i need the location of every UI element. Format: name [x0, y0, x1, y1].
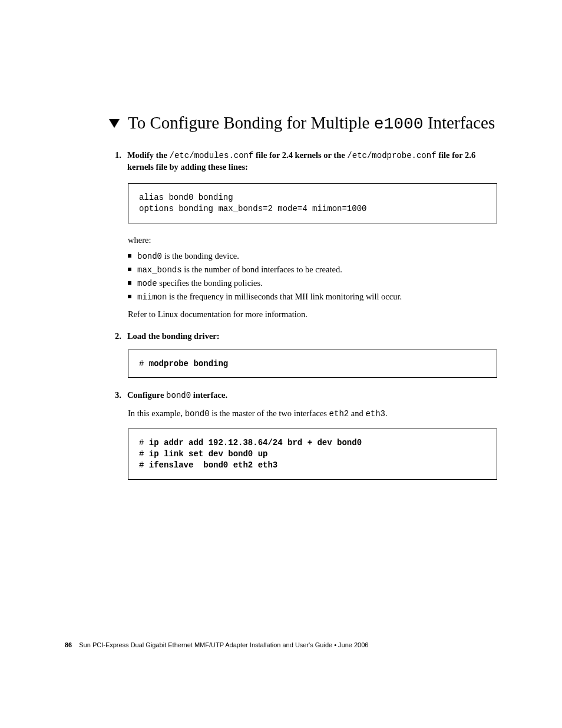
ex-c3: eth3	[365, 409, 385, 419]
code-block-2: # modprobe bonding	[128, 350, 497, 378]
heading-suffix: Interfaces	[424, 113, 495, 132]
square-bullet-icon	[128, 254, 131, 258]
step-3-text: Configure bond0 interface.	[127, 390, 227, 401]
list-item: max_bonds is the number of bond interfac…	[128, 263, 497, 276]
step-3-code: bond0	[166, 391, 191, 400]
where-label: where:	[128, 234, 497, 246]
step-1-t2: file for 2.4 kernels or the	[253, 150, 347, 160]
square-bullet-icon	[128, 295, 131, 298]
ex-t1: In this example,	[128, 409, 185, 418]
command: ip addr add 192.12.38.64/24 brd + dev bo…	[149, 438, 362, 447]
list-item: mode specifies the bonding policies.	[128, 277, 497, 289]
page-content: To Configure Bonding for Multiple e1000 …	[0, 0, 562, 480]
prompt: #	[139, 460, 149, 470]
ex-t4: .	[385, 409, 388, 418]
step-2-label: Load the bonding driver:	[127, 331, 220, 341]
prompt: #	[139, 359, 149, 368]
footer-title: Sun PCI-Express Dual Gigabit Ethernet MM…	[79, 641, 368, 648]
triangle-down-icon	[109, 119, 120, 128]
heading-prefix: To Configure Bonding for Multiple	[128, 113, 374, 132]
step-3-t2: interface.	[191, 390, 227, 400]
ex-t3: and	[349, 409, 365, 418]
section-heading-row: To Configure Bonding for Multiple e1000 …	[109, 112, 497, 134]
ex-c2: eth2	[329, 409, 349, 419]
step-3-t1: Configure	[127, 390, 166, 400]
bullet-code: miimon	[137, 292, 167, 302]
page-number: 86	[65, 641, 72, 648]
refer-text: Refer to Linux documentation for more in…	[128, 308, 497, 320]
step-1-t1: Modify the	[127, 150, 170, 160]
square-bullet-icon	[128, 281, 131, 285]
step-2-number: 2.	[115, 331, 121, 342]
list-item: miimon is the frequency in milliseconds …	[128, 291, 497, 303]
step-1-file1: /etc/modules.conf	[170, 151, 254, 160]
page-footer: 86Sun PCI-Express Dual Gigabit Ethernet …	[65, 641, 368, 648]
ex-t2: is the master of the two interfaces	[210, 409, 329, 418]
step-3-number: 3.	[115, 390, 121, 401]
list-item: bond0 is the bonding device.	[128, 250, 497, 262]
bullet-list: bond0 is the bonding device. max_bonds i…	[128, 250, 497, 304]
prompt: #	[139, 449, 149, 459]
command: ip link set dev bond0 up	[149, 449, 268, 459]
section-heading: To Configure Bonding for Multiple e1000 …	[128, 112, 495, 134]
heading-mono: e1000	[374, 115, 424, 133]
code-block-1: alias bond0 bonding options bonding max_…	[128, 183, 497, 223]
bullet-text: is the bonding device.	[162, 251, 239, 261]
bullet-code: mode	[137, 279, 157, 288]
command: modprobe bonding	[149, 359, 228, 368]
example-text: In this example, bond0 is the master of …	[128, 407, 497, 420]
step-1-number: 1.	[115, 150, 121, 173]
bullet-text: specifies the bonding policies.	[157, 278, 263, 288]
step-3: 3. Configure bond0 interface.	[115, 390, 497, 401]
step-1-file2: /etc/modprobe.conf	[347, 151, 436, 160]
code-block-3: # ip addr add 192.12.38.64/24 brd + dev …	[128, 429, 497, 480]
step-2-text: Load the bonding driver:	[127, 331, 220, 342]
command: ifenslave bond0 eth2 eth3	[149, 460, 277, 470]
bullet-code: bond0	[137, 252, 162, 261]
step-1-text: Modify the /etc/modules.conf file for 2.…	[127, 150, 497, 173]
bullet-text: is the number of bond interfaces to be c…	[182, 265, 342, 274]
step-1: 1. Modify the /etc/modules.conf file for…	[115, 150, 497, 173]
bullet-text: is the frequency in milliseconds that MI…	[167, 292, 402, 301]
prompt: #	[139, 438, 149, 447]
step-2: 2. Load the bonding driver:	[115, 331, 497, 342]
bullet-code: max_bonds	[137, 265, 182, 275]
square-bullet-icon	[128, 268, 131, 271]
ex-c1: bond0	[185, 409, 210, 419]
